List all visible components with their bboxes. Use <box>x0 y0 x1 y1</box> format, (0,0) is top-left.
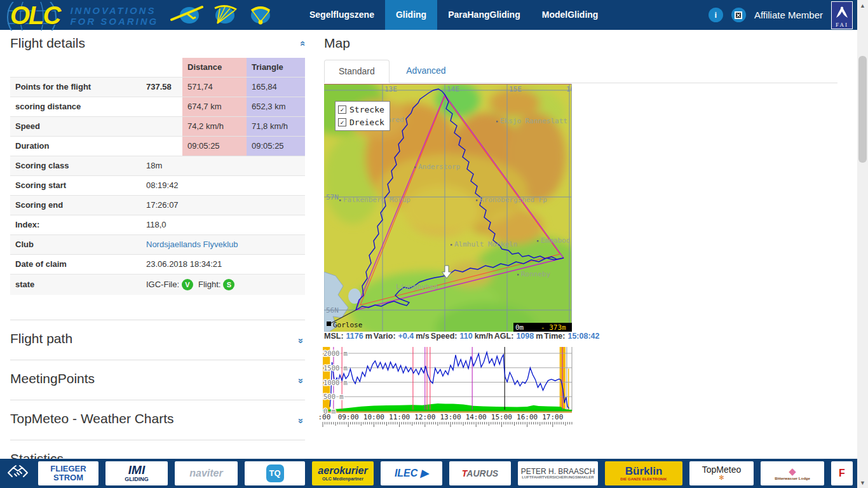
y-axis-label: 1500 m <box>323 364 348 372</box>
x-axis-label: 11:00 <box>389 413 410 421</box>
flight-scored-badge: S <box>223 279 234 290</box>
row-label: Duration <box>10 137 141 156</box>
grid-label: 57N <box>326 193 339 201</box>
row-value: 17:26:07 <box>141 196 305 215</box>
y-axis-label: 1000 m <box>323 379 348 386</box>
sponsor-text: LUFTFAHRTVERSICHERUNGSMAKLER <box>522 475 593 479</box>
layer-label: Dreieck <box>349 118 384 127</box>
page: OLC INNOVATIONS FOR SOARING <box>0 0 868 488</box>
handshake-icon[interactable] <box>6 463 29 484</box>
sponsor-logo-buerklin[interactable]: BürklinDIE GANZE ELEKTRONIK <box>605 461 682 485</box>
triangle-value: 09:05:25 <box>247 137 305 156</box>
row-value: 18m <box>141 156 305 176</box>
expand-down-icon[interactable]: » <box>295 378 306 383</box>
scroll-down-arrow[interactable]: ▼ <box>857 477 868 488</box>
state-cell: IGC-File:VFlight:S <box>141 274 305 295</box>
sponsor-text: ◆ <box>789 466 796 477</box>
fai-logo[interactable]: FAI <box>831 1 853 29</box>
map-panel: Map Standard Advanced <box>324 36 837 430</box>
flight-map[interactable]: 0m- 373m 13E14E15E1657N56NBoras ViaredEk… <box>324 84 572 332</box>
vertical-scrollbar[interactable]: ▲ ▼ <box>857 0 868 488</box>
checkbox-icon[interactable]: ✓ <box>338 105 346 114</box>
layer-toggle-strecke[interactable]: ✓Strecke <box>338 103 384 116</box>
sponsor-text: TAURUS <box>462 469 498 478</box>
status-time: Time:15:08:42 <box>544 332 601 341</box>
sponsor-logo-ilec[interactable]: ILEC ▶ <box>381 461 442 485</box>
sponsor-logo-aerokurier[interactable]: aerokurierOLC Medienpartner <box>312 461 374 485</box>
column-header-triangle: Triangle <box>247 58 305 78</box>
sponsor-text: Bürklin <box>625 466 663 477</box>
section-meetingpoints: MeetingPoints» <box>10 360 305 400</box>
takeoff-marker <box>327 322 331 326</box>
row-label: state <box>10 274 141 295</box>
broken-image-icon[interactable] <box>731 8 746 22</box>
sponsor-logo-taurus[interactable]: TAURUS <box>449 461 511 485</box>
row-label: Points for the flight <box>10 78 141 97</box>
table-row: Duration09:05:2509:05:25 <box>10 137 305 156</box>
x-axis-label: 14:00 <box>466 413 487 421</box>
table-row: Points for the flight737.58571,74165,84 <box>10 78 305 97</box>
flight-details-panel: Flight details » Distance Triangle Point… <box>10 36 305 295</box>
barogram[interactable]: 2000 m1500 m1000 m500 m0 m:0009:0010:001… <box>318 343 573 430</box>
olc-logo[interactable]: OLC INNOVATIONS FOR SOARING <box>4 1 142 29</box>
sponsor-text: GLIDING <box>125 477 149 482</box>
sponsor-logo-flieger-strom[interactable]: FLIEGERSTROM <box>38 461 98 485</box>
glider-icon[interactable] <box>170 3 203 27</box>
place-label-anderstorp: Anderstorp <box>418 163 460 171</box>
sponsor-text: STROM <box>53 473 83 482</box>
expand-down-icon[interactable]: » <box>295 418 306 423</box>
hang-glider-icon[interactable] <box>211 3 239 27</box>
layer-label: Strecke <box>349 105 384 114</box>
triangle-value: 652,3 km <box>247 97 305 117</box>
tab-advanced[interactable]: Advanced <box>392 60 459 83</box>
sponsor-logo-imi-gliding[interactable]: IMIGLIDING <box>105 461 168 485</box>
tab-standard[interactable]: Standard <box>324 60 390 83</box>
map-layers-control: ✓Strecke✓Dreieck <box>335 101 390 131</box>
place-label-falkenberg-morup: Falkenberg Morup <box>343 196 410 204</box>
collapse-up-icon[interactable]: » <box>295 41 306 46</box>
header-right: i Affiliate Member FAI <box>709 0 853 30</box>
nav-item-segelflugszene[interactable]: Segelflugszene <box>299 0 385 30</box>
x-axis-label: 09:00 <box>338 413 359 421</box>
grid-label: 56N <box>326 306 339 315</box>
club-link[interactable]: Nordsjaellands Flyveklub <box>146 240 238 249</box>
sponsor-logo-partial-logo[interactable]: F <box>831 461 853 485</box>
table-header-row: Distance Triangle <box>10 58 305 78</box>
scrollbar-thumb[interactable] <box>858 56 867 163</box>
collapsed-sections: Flight path»MeetingPoints»TopMeteo - Wea… <box>10 320 305 480</box>
table-row: Date of claim23.06.2018 18:34:21 <box>10 255 305 274</box>
x-axis-label: :00 <box>318 413 331 421</box>
place-label-gorlose: Gorlose <box>333 321 362 329</box>
sponsor-logo-tq[interactable]: TQ <box>245 461 305 485</box>
layer-toggle-dreieck[interactable]: ✓Dreieck <box>338 116 384 128</box>
sponsor-logo-bitterwasser-lodge[interactable]: ◆Bitterwasser Lodge <box>761 461 824 485</box>
nav-item-modelgliding[interactable]: ModelGliding <box>531 0 609 30</box>
scroll-up-arrow[interactable]: ▲ <box>857 0 868 11</box>
table-row: Speed74,2 km/h71,8 km/h <box>10 117 305 137</box>
row-label: Date of claim <box>10 255 141 274</box>
expand-down-icon[interactable]: » <box>295 338 306 343</box>
distance-value: 74,2 km/h <box>182 117 247 137</box>
x-axis-label: 12:00 <box>414 413 435 421</box>
sponsor-logo-topmeteo[interactable]: TopMeteo✻ <box>689 461 754 485</box>
section-title: Flight path <box>10 331 72 346</box>
table-row: Scoring start08:19:42 <box>10 176 305 196</box>
checkbox-icon[interactable]: ✓ <box>338 118 346 126</box>
sponsor-text: ✻ <box>719 475 724 482</box>
sponsor-logo-naviter[interactable]: naviter <box>175 461 238 485</box>
y-axis-label: 500 m <box>323 393 344 400</box>
x-axis-label: 17:00 <box>542 413 563 421</box>
nav-item-gliding[interactable]: Gliding <box>385 0 437 30</box>
row-label: Club <box>10 235 141 255</box>
paraglider-icon[interactable] <box>247 3 275 27</box>
x-axis-label: 16:00 <box>517 413 538 421</box>
table-row: Index:118,0 <box>10 215 305 235</box>
section-flight-path: Flight path» <box>10 320 305 360</box>
olc-tagline: INNOVATIONS FOR SOARING <box>70 5 158 27</box>
sponsor-text: FLIEGER <box>50 464 86 473</box>
sponsor-logo-peter-h-braasch[interactable]: PETER H. BRAASCHLUFTFAHRTVERSICHERUNGSMA… <box>518 461 598 485</box>
status-agl: AGL:1098m <box>494 332 543 341</box>
status-msl: MSL:1176m <box>324 332 372 341</box>
nav-item-parahanggliding[interactable]: ParaHangGliding <box>437 0 531 30</box>
info-icon[interactable]: i <box>709 8 723 22</box>
